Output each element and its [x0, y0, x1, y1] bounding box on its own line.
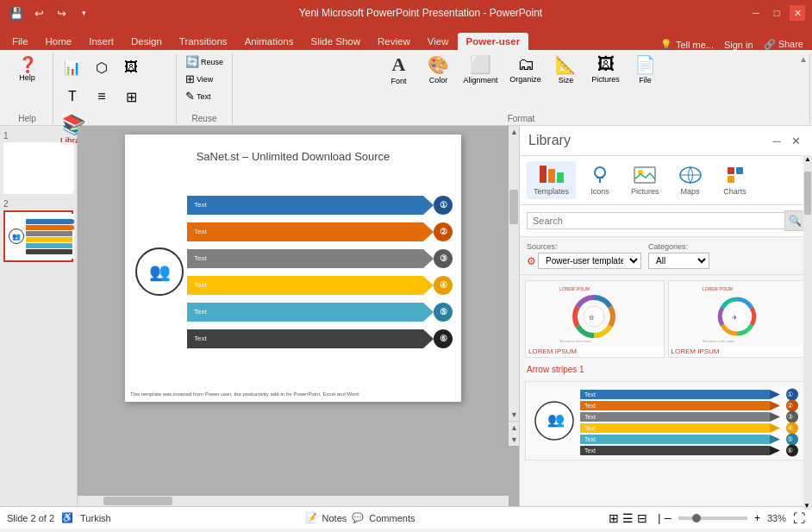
- tab-animations[interactable]: Animations: [236, 33, 303, 50]
- slide-canvas[interactable]: SaNet.st – Unlimited Download Source 👥 T…: [125, 135, 461, 402]
- arrow-text-1: Text: [194, 201, 207, 209]
- tab-home[interactable]: Home: [37, 33, 81, 50]
- tab-design[interactable]: Design: [122, 33, 171, 50]
- align-icon: ≡: [97, 89, 105, 104]
- slide-vscroll[interactable]: ▲ ▼ ▲ ▼: [509, 126, 519, 446]
- redo-icon[interactable]: ↪: [52, 3, 71, 22]
- tab-view[interactable]: View: [419, 33, 458, 50]
- tab-slideshow[interactable]: Slide Show: [303, 33, 370, 50]
- pictures-button[interactable]: 🖼 Pictures: [585, 53, 627, 84]
- alignment-button[interactable]: ⬜ Alignment: [459, 53, 503, 84]
- tab-insert[interactable]: Insert: [80, 33, 122, 50]
- categories-select[interactable]: All Business Data: [648, 253, 709, 269]
- reuse-btn1[interactable]: 🔄 Reuse: [182, 53, 227, 70]
- customize-qat-icon[interactable]: ▾: [74, 3, 93, 22]
- alignment-label: Alignment: [463, 76, 497, 84]
- view-slidesorter-icon[interactable]: ⊟: [637, 511, 647, 525]
- arrow-num-4: ④: [434, 276, 453, 295]
- tab-review[interactable]: Review: [369, 33, 419, 50]
- organize-button[interactable]: 🗂 Organize: [504, 53, 547, 84]
- sign-in-text[interactable]: Sign in: [724, 40, 753, 50]
- view-normal-icon[interactable]: ⊞: [609, 511, 619, 525]
- sources-select[interactable]: Power-user templates My templates Compan…: [538, 253, 641, 269]
- notes-button[interactable]: Notes: [322, 513, 347, 523]
- zoom-out-icon[interactable]: ─: [664, 512, 671, 524]
- library-cat-maps[interactable]: Maps: [670, 161, 711, 199]
- file-button[interactable]: 📄 File: [628, 53, 663, 84]
- help-button[interactable]: ❓ Help: [12, 53, 43, 84]
- sources-label: Sources:: [527, 242, 641, 251]
- template-label-1: LOREM IPSUM: [526, 346, 664, 357]
- tab-poweruser[interactable]: Power-user: [458, 33, 529, 50]
- lib-scroll-thumb[interactable]: [804, 172, 811, 215]
- library-vscroll[interactable]: ▲ ▼: [803, 155, 812, 510]
- ribbon-collapse-button[interactable]: ▲: [796, 52, 810, 66]
- reuse-btn3[interactable]: ✎ Text: [182, 88, 227, 104]
- svg-rect-10: [728, 167, 734, 174]
- reuse-btn2[interactable]: ⊞ View: [182, 71, 227, 87]
- library-cat-icons[interactable]: Icons: [579, 161, 621, 199]
- color-label: Color: [429, 76, 448, 84]
- template-item-2[interactable]: LOREM IPSUM ✈: [668, 280, 808, 358]
- arrow-tip-2: [423, 222, 434, 241]
- insertion-btn1[interactable]: 📊: [59, 53, 86, 81]
- lib-scroll-down[interactable]: ▼: [803, 502, 810, 510]
- tell-me-text[interactable]: Tell me...: [676, 40, 714, 50]
- library-header-controls: ─ ✕: [769, 133, 803, 148]
- insertion-btn6[interactable]: ⊞: [117, 83, 145, 110]
- search-button[interactable]: 🔍: [784, 210, 805, 231]
- view-outline-icon[interactable]: ☰: [622, 511, 634, 525]
- slide-thumb-2[interactable]: 2 👥: [3, 199, 73, 262]
- close-button[interactable]: ✕: [790, 5, 805, 21]
- undo-icon[interactable]: ↩: [29, 3, 48, 22]
- size-button[interactable]: 📐 Size: [549, 53, 584, 84]
- scroll-thumb[interactable]: [509, 190, 518, 224]
- insertion-btn2[interactable]: ⬡: [88, 53, 116, 81]
- language-text[interactable]: Turkish: [80, 513, 111, 523]
- save-icon[interactable]: 💾: [7, 3, 26, 22]
- insertion-btn5[interactable]: ≡: [88, 83, 116, 110]
- accessibility-icon[interactable]: ♿: [61, 512, 73, 523]
- template-item-1[interactable]: LOREM IPSUM ⚙: [525, 280, 665, 358]
- comments-button[interactable]: Comments: [369, 513, 415, 523]
- library-minimize-button[interactable]: ─: [769, 133, 784, 148]
- tab-transitions[interactable]: Transitions: [171, 33, 236, 50]
- insertion-btn4[interactable]: T: [59, 83, 86, 110]
- template-item-3[interactable]: 👥 ① Text: [525, 381, 807, 460]
- font-button[interactable]: A Font: [380, 53, 418, 84]
- fit-slide-icon[interactable]: ⛶: [793, 511, 805, 525]
- scroll-down-arrow[interactable]: ▼: [509, 409, 519, 421]
- svg-marker-49: [770, 446, 780, 455]
- tab-file[interactable]: File: [3, 33, 37, 50]
- scroll-prev-slide[interactable]: ▲: [509, 421, 519, 434]
- slide-thumb-img-2[interactable]: 👥: [3, 210, 73, 262]
- ribbon-group-format: A Font 🎨 Color ⬜ Alignment 🗂 Organize 📐: [233, 53, 810, 123]
- insertion-btn3[interactable]: 🖼: [117, 53, 145, 81]
- search-input[interactable]: [527, 212, 785, 229]
- color-button[interactable]: 🎨 Color: [420, 53, 458, 84]
- share-button[interactable]: 🔗 Share: [764, 39, 803, 50]
- svg-point-3: [595, 167, 605, 178]
- library-cat-templates[interactable]: Templates: [527, 161, 576, 199]
- library-cat-charts[interactable]: Charts: [715, 161, 756, 199]
- zoom-slider-thumb[interactable]: [692, 514, 701, 523]
- zoom-level[interactable]: 33%: [767, 513, 786, 523]
- charts-label: Charts: [723, 187, 746, 196]
- library-cat-pictures[interactable]: Pictures: [624, 161, 666, 199]
- hscroll-thumb[interactable]: [103, 497, 172, 505]
- maximize-button[interactable]: □: [769, 5, 784, 21]
- arrow-row-1: Text ①: [187, 193, 453, 217]
- zoom-slider[interactable]: [678, 516, 747, 520]
- lib-scroll-up[interactable]: ▲: [803, 155, 812, 163]
- svg-rect-0: [540, 166, 547, 183]
- scroll-up-arrow[interactable]: ▲: [509, 126, 519, 138]
- icons-label: Icons: [590, 187, 609, 196]
- zoom-in-icon[interactable]: +: [754, 512, 760, 524]
- hscroll-area[interactable]: [78, 496, 509, 506]
- slide-thumb-img-1[interactable]: [3, 142, 73, 194]
- scroll-next-slide[interactable]: ▼: [509, 434, 519, 446]
- library-panel: Library ─ ✕ Templates Icons: [519, 126, 812, 506]
- template-preview-2: LOREM IPSUM ✈: [669, 281, 807, 346]
- library-close-button[interactable]: ✕: [788, 133, 803, 148]
- minimize-button[interactable]: ─: [748, 5, 764, 21]
